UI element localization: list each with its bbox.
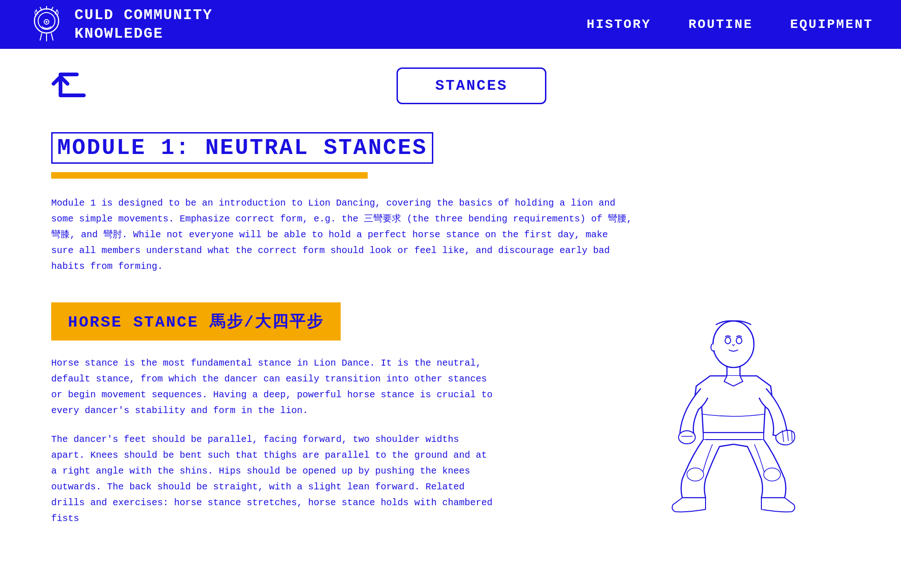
nav-link-equipment[interactable]: EQUIPMENT [790,17,873,32]
stance-body-p2: The dancer's feet should be parallel, fa… [51,432,498,527]
navbar: CULD COMMUNITY KNOWLEDGE HISTORY ROUTINE… [0,0,901,49]
svg-point-18 [764,468,780,481]
nav-link-history[interactable]: HISTORY [587,17,652,32]
svg-point-11 [725,337,731,344]
module-description: Module 1 is designed to be an introducti… [51,195,633,274]
nav-title: CULD COMMUNITY KNOWLEDGE [74,6,213,43]
nav-links: HISTORY ROUTINE EQUIPMENT [587,17,873,32]
stance-text-area: HORSE STANCE 馬步/大四平步 Horse stance is the… [51,302,598,527]
horse-stance-figure [626,312,840,554]
svg-line-7 [40,33,42,40]
stance-title-box: HORSE STANCE 馬步/大四平步 [51,302,341,341]
logo-icon [28,6,65,43]
module-underline [51,172,368,179]
stance-body-p1: Horse stance is the most fundamental sta… [51,355,498,419]
stance-body: Horse stance is the most fundamental sta… [51,355,498,527]
svg-line-16 [792,430,792,441]
illustration-area [617,302,850,554]
svg-point-12 [736,337,742,344]
nav-logo-area: CULD COMMUNITY KNOWLEDGE [28,6,587,43]
main-content: STANCES MODULE 1: NEUTRAL STANCES Module… [0,49,901,581]
module-title: MODULE 1: NEUTRAL STANCES [51,132,433,164]
stances-badge: STANCES [397,67,546,104]
svg-point-3 [46,21,47,23]
back-button[interactable] [51,70,93,102]
stance-title: HORSE STANCE 馬步/大四平步 [68,314,324,331]
nav-link-routine[interactable]: ROUTINE [688,17,753,32]
svg-point-13 [679,431,695,444]
svg-line-8 [51,33,53,40]
svg-point-10 [713,321,754,368]
svg-point-17 [687,468,704,481]
back-arrow-icon [51,70,93,102]
page-header-row: STANCES [51,67,850,104]
horse-stance-section: HORSE STANCE 馬步/大四平步 Horse stance is the… [51,302,850,554]
